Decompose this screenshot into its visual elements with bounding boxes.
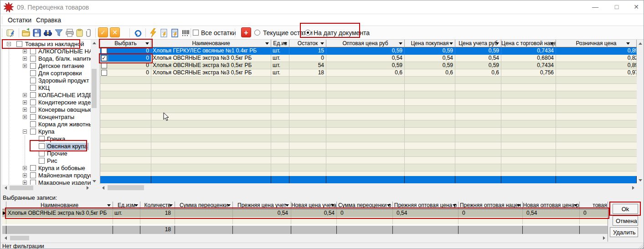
maximize-button[interactable]: □ bbox=[609, 0, 624, 14]
tree-item[interactable]: + Макароные изделия bbox=[2, 179, 91, 185]
sort-icon[interactable] bbox=[550, 42, 554, 45]
column-header-reval-sum-opt[interactable]: Сумма переоценки о bbox=[337, 202, 393, 209]
tree-item-label[interactable]: КОЛБАСНЫЕ ИЗДЕЛИЯ bbox=[37, 92, 91, 99]
sort-icon[interactable] bbox=[134, 204, 138, 207]
tree-checkbox[interactable] bbox=[30, 121, 36, 127]
tree-item-label[interactable]: ККЦ bbox=[37, 84, 51, 92]
row-checkbox[interactable] bbox=[101, 70, 107, 76]
table-vscrollbar[interactable] bbox=[637, 40, 644, 184]
tree-item[interactable]: + Концентраты bbox=[2, 114, 91, 121]
delete-button[interactable]: Удалить bbox=[610, 227, 638, 237]
tree-item-label[interactable]: Детское питание bbox=[37, 62, 86, 70]
row-checkbox[interactable] bbox=[101, 62, 107, 68]
column-header-old-markup[interactable]: Прежняя оптовая нацен bbox=[459, 202, 523, 209]
column-header-purchase[interactable]: Цена покупная bbox=[405, 40, 455, 47]
attach-button[interactable] bbox=[83, 27, 94, 38]
print-button[interactable] bbox=[64, 27, 75, 38]
tree-item[interactable]: Овсяная крупа bbox=[2, 143, 91, 150]
tree-checkbox[interactable] bbox=[16, 41, 22, 47]
column-header-select[interactable]: Выбрать bbox=[100, 40, 151, 47]
doc-date-radio[interactable] bbox=[305, 30, 311, 36]
tree-checkbox[interactable] bbox=[30, 85, 36, 91]
column-header-qty[interactable]: Количеств bbox=[140, 202, 175, 209]
selected-record-row[interactable]: ▶ Хлопья ОВСЯНЫЕ экстра №3 0,5кг РБ шт. … bbox=[2, 209, 608, 217]
column-header-retail[interactable]: Розничная цена bbox=[556, 40, 637, 47]
tree-checkbox[interactable] bbox=[30, 180, 36, 185]
tree-checkbox[interactable] bbox=[39, 158, 45, 164]
tree-item-label[interactable]: Крупа и бобовые bbox=[37, 165, 87, 172]
column-header-unit[interactable]: Ед.из bbox=[271, 40, 289, 47]
column-header-old-acc-price[interactable]: Прежняя цена учет bbox=[233, 202, 291, 209]
minimize-button[interactable]: — bbox=[587, 0, 603, 14]
tree-item[interactable]: ККЦ bbox=[2, 84, 91, 92]
tree-checkbox[interactable] bbox=[30, 56, 36, 62]
sort-icon[interactable] bbox=[453, 204, 456, 207]
refresh-button[interactable] bbox=[133, 27, 144, 38]
scroll-up-icon[interactable] bbox=[637, 40, 644, 47]
process-doc-button[interactable] bbox=[159, 27, 170, 38]
tree-item[interactable]: − Крупа bbox=[2, 128, 91, 135]
scroll-up-icon[interactable] bbox=[91, 40, 98, 47]
tree-item[interactable]: + АЛКОГОЛЬНЫЕ НАПИТКИ bbox=[2, 48, 91, 55]
sort-icon[interactable] bbox=[169, 204, 173, 207]
tree-checkbox[interactable] bbox=[39, 143, 45, 149]
tree-item-label[interactable]: Рис bbox=[46, 157, 58, 165]
expand-icon[interactable]: + bbox=[23, 64, 27, 68]
tree-item[interactable]: Здоровый продукт bbox=[2, 77, 91, 84]
ok-button[interactable]: Ok bbox=[613, 204, 638, 214]
expand-icon[interactable]: + bbox=[23, 100, 27, 104]
collapse-icon[interactable]: − bbox=[23, 130, 27, 134]
tree-item[interactable]: + Кондитерские изделия bbox=[2, 99, 91, 106]
sort-icon[interactable] bbox=[285, 204, 289, 207]
scroll-thumb[interactable] bbox=[92, 69, 97, 108]
scroll-right-icon[interactable] bbox=[84, 185, 91, 191]
barcode-button[interactable] bbox=[180, 27, 191, 38]
tree-checkbox[interactable] bbox=[30, 70, 36, 76]
reject-button[interactable]: ✕ bbox=[110, 27, 120, 37]
scroll-thumb[interactable] bbox=[10, 186, 33, 190]
column-header-markup[interactable]: Цена с торговой наценк bbox=[501, 40, 556, 47]
tree-item-label[interactable]: Крупа bbox=[37, 128, 56, 135]
tree-item-label[interactable]: Консервы овощные bbox=[37, 106, 91, 114]
table-row[interactable]: 0 Хлопья ГЕРКУЛЕС овсяные №1 0.4кг РБ шт… bbox=[100, 47, 637, 55]
scroll-right-icon[interactable] bbox=[630, 184, 637, 191]
tree-item[interactable]: + КОЛБАСНЫЕ ИЗДЕЛИЯ bbox=[2, 92, 91, 99]
scroll-down-icon[interactable] bbox=[637, 176, 644, 184]
expand-icon[interactable]: + bbox=[23, 181, 27, 185]
tree-vscrollbar[interactable] bbox=[91, 40, 98, 185]
tree-item-label[interactable]: Прочие bbox=[46, 150, 69, 157]
sort-icon[interactable] bbox=[387, 204, 391, 207]
bottom-hscrollbar[interactable] bbox=[2, 234, 608, 242]
sort-icon[interactable] bbox=[283, 42, 287, 45]
tree-item[interactable]: + Майонезная продукция bbox=[2, 172, 91, 179]
sort-icon[interactable] bbox=[265, 42, 269, 45]
scroll-thumb[interactable] bbox=[108, 185, 144, 190]
cancel-button[interactable]: Отмена bbox=[613, 216, 638, 226]
tree-checkbox[interactable] bbox=[30, 129, 36, 135]
expand-icon[interactable]: + bbox=[23, 49, 27, 53]
tree-item-label[interactable]: Корма для животных bbox=[37, 121, 91, 128]
tree-checkbox[interactable] bbox=[30, 63, 36, 69]
column-header-old-wholesale[interactable]: Прежняя оптовая цена р bbox=[393, 202, 459, 209]
tree-checkbox[interactable] bbox=[30, 78, 36, 83]
tree-checkbox[interactable] bbox=[30, 99, 36, 105]
tree-item-label[interactable]: Концентраты bbox=[37, 114, 76, 121]
scroll-left-icon[interactable] bbox=[100, 184, 107, 191]
column-header-new-acc-price[interactable]: Новая цена учета bbox=[291, 202, 337, 209]
sort-icon[interactable] bbox=[574, 204, 577, 207]
table-hscrollbar[interactable] bbox=[100, 184, 637, 191]
tree-item[interactable]: + Консервы овощные bbox=[2, 106, 91, 114]
row-checkbox[interactable] bbox=[101, 55, 107, 61]
tree-checkbox[interactable] bbox=[30, 107, 36, 113]
tree-item[interactable]: + Вода, б/алк. напитки, к bbox=[2, 55, 91, 62]
column-header-name[interactable]: Наименование bbox=[6, 202, 113, 209]
table-row[interactable]: 0 Хлопья ОВСЯНЫЕ экстра №3 0,5кг РБ шт. … bbox=[100, 69, 637, 77]
close-button[interactable]: ✕ bbox=[629, 0, 644, 14]
sort-icon[interactable] bbox=[399, 42, 402, 45]
menu-spravka[interactable]: Справка bbox=[33, 16, 64, 25]
expand-icon[interactable]: + bbox=[23, 93, 27, 97]
expand-icon[interactable]: + bbox=[23, 166, 27, 170]
sort-icon[interactable] bbox=[626, 42, 630, 45]
sort-icon[interactable] bbox=[495, 42, 499, 45]
tree-checkbox[interactable] bbox=[30, 48, 36, 54]
